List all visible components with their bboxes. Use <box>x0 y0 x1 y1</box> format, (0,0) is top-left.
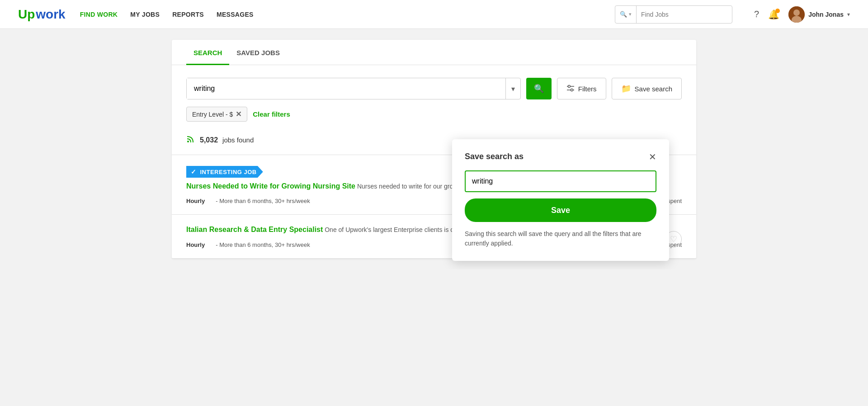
main-nav: FIND WORK MY JOBS REPORTS MESSAGES <box>80 11 254 18</box>
save-search-name-input[interactable] <box>465 170 656 192</box>
rss-icon <box>186 134 195 146</box>
search-area: ▾ 🔍 Filters 📁 Save search <box>172 65 696 99</box>
navbar-icons: ? 🔔 John Jonas ▾ <box>754 6 850 23</box>
content-card: SEARCH SAVED JOBS ▾ 🔍 Filters 📁 Save sea… <box>172 40 696 259</box>
job-type: Hourly <box>186 241 205 248</box>
navbar-search: 🔍 ▾ <box>615 5 732 24</box>
tab-search[interactable]: SEARCH <box>186 40 229 65</box>
search-icon: 🔍 <box>620 11 627 18</box>
chevron-down-icon: ▾ <box>629 11 632 17</box>
notification-dot <box>775 9 780 13</box>
popup-title: Save search as <box>465 152 524 161</box>
notifications-button[interactable]: 🔔 <box>768 9 779 20</box>
interesting-job-badge: ✓ INTERESTING JOB <box>186 166 263 178</box>
avatar-image <box>788 6 805 23</box>
navbar-search-icon-wrap[interactable]: 🔍 ▾ <box>615 6 637 23</box>
filters-row: Entry Level - $ ✕ Clear filters <box>172 99 696 131</box>
svg-point-6 <box>571 89 573 91</box>
spent-label: spent <box>667 198 682 204</box>
folder-icon: 📁 <box>621 84 631 94</box>
filters-button[interactable]: Filters <box>557 78 606 99</box>
popup-save-button[interactable]: Save <box>465 198 656 222</box>
job-title-link[interactable]: Italian Research & Data Entry Specialist <box>186 226 323 233</box>
filters-label: Filters <box>578 85 597 93</box>
search-submit-button[interactable]: 🔍 <box>526 78 552 99</box>
results-count-label: jobs found <box>222 136 254 144</box>
nav-reports[interactable]: REPORTS <box>172 11 204 18</box>
filter-tag-entry-level: Entry Level - $ ✕ <box>186 107 247 122</box>
upwork-logo[interactable]: Upwork <box>18 7 66 22</box>
navbar: Upwork FIND WORK MY JOBS REPORTS MESSAGE… <box>0 0 868 29</box>
job-duration: - More than 6 months, 30+ hrs/week <box>216 198 310 204</box>
filter-tag-close-button[interactable]: ✕ <box>236 110 241 118</box>
clear-filters-button[interactable]: Clear filters <box>253 110 290 118</box>
results-count-number: 5,032 <box>200 136 218 144</box>
nav-find-work[interactable]: FIND WORK <box>80 11 118 18</box>
navbar-search-input[interactable] <box>637 11 732 18</box>
check-icon: ✓ <box>191 168 197 175</box>
avatar <box>788 6 805 23</box>
search-submit-icon: 🔍 <box>534 84 544 94</box>
help-button[interactable]: ? <box>754 9 759 19</box>
popup-header: Save search as ✕ <box>465 152 656 161</box>
save-search-button[interactable]: 📁 Save search <box>612 78 682 99</box>
popup-close-button[interactable]: ✕ <box>649 152 656 161</box>
filters-icon <box>566 85 575 93</box>
user-menu[interactable]: John Jonas ▾ <box>788 6 850 23</box>
nav-my-jobs[interactable]: MY JOBS <box>130 11 160 18</box>
save-search-label: Save search <box>635 85 672 93</box>
search-dropdown-button[interactable]: ▾ <box>505 78 520 99</box>
job-search-input[interactable] <box>187 78 505 99</box>
job-title-link[interactable]: Nurses Needed to Write for Growing Nursi… <box>186 182 355 190</box>
job-duration: - More than 6 months, 30+ hrs/week <box>216 241 310 248</box>
save-search-popup: Save search as ✕ Save Saving this search… <box>452 139 669 261</box>
svg-point-7 <box>187 141 189 142</box>
tabs-bar: SEARCH SAVED JOBS <box>172 40 696 65</box>
badge-label: INTERESTING JOB <box>200 169 257 175</box>
nav-messages[interactable]: MESSAGES <box>217 11 254 18</box>
svg-point-1 <box>793 9 800 16</box>
username-label: John Jonas <box>808 11 844 18</box>
popup-note: Saving this search will save the query a… <box>465 229 656 248</box>
user-menu-chevron-icon: ▾ <box>847 11 850 18</box>
filter-tag-label: Entry Level - $ <box>192 111 233 118</box>
job-type: Hourly <box>186 198 205 204</box>
search-input-wrap: ▾ <box>186 78 521 99</box>
page-wrapper: SEARCH SAVED JOBS ▾ 🔍 Filters 📁 Save sea… <box>145 40 723 259</box>
svg-point-5 <box>568 85 570 87</box>
tab-saved-jobs[interactable]: SAVED JOBS <box>229 40 287 65</box>
